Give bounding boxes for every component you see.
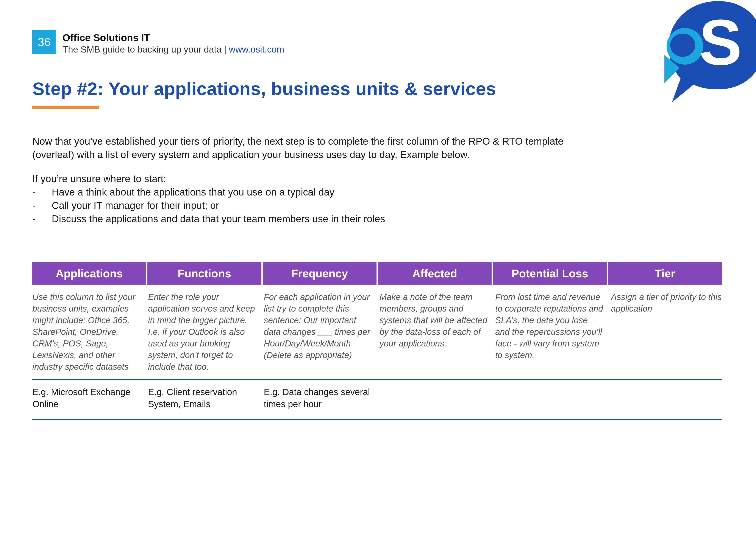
intro-paragraph: Now that you’ve established your tiers o…	[32, 135, 571, 161]
body-copy: Now that you’ve established your tiers o…	[32, 135, 571, 226]
col-desc-affected: Make a note of the team members, groups …	[380, 291, 495, 372]
bullet-text: Have a think about the applications that…	[52, 185, 335, 199]
table-description-row: Use this column to list your business un…	[32, 285, 722, 380]
example-cell-tier	[611, 386, 722, 410]
bullets-lead: If you’re unsure where to start:	[32, 172, 571, 185]
col-header-affected: Affected	[378, 262, 493, 285]
svg-point-1	[670, 34, 695, 57]
bullets-list: -Have a think about the applications tha…	[32, 185, 571, 225]
svg-text:S: S	[699, 6, 742, 78]
header-subtitle-text: The SMB guide to backing up your data |	[63, 44, 229, 55]
example-cell-frequency: E.g. Data changes several times per hour	[264, 386, 380, 410]
col-header-potential-loss: Potential Loss	[493, 262, 608, 285]
bullet-text: Discuss the applications and data that y…	[52, 212, 385, 225]
rpo-rto-table: Applications Functions Frequency Affecte…	[32, 262, 722, 420]
table-header-row: Applications Functions Frequency Affecte…	[32, 262, 722, 285]
page-number-badge: 36	[32, 30, 56, 54]
col-header-tier: Tier	[608, 262, 722, 285]
bullet-item: -Have a think about the applications tha…	[32, 185, 571, 199]
example-cell-applications: E.g. Microsoft Exchange Online	[32, 386, 148, 410]
col-desc-frequency: For each application in your list try to…	[264, 291, 380, 372]
bullet-item: -Discuss the applications and data that …	[32, 212, 571, 225]
bullet-item: -Call your IT manager for their input; o…	[32, 199, 571, 212]
table-example-row: E.g. Microsoft Exchange Online E.g. Clie…	[32, 380, 722, 420]
col-desc-tier: Assign a tier of priority to this applic…	[611, 291, 722, 372]
bullet-text: Call your IT manager for their input; or	[52, 199, 219, 212]
example-cell-affected	[380, 386, 495, 410]
col-header-applications: Applications	[32, 262, 148, 285]
example-cell-potential-loss	[495, 386, 611, 410]
header-title: Office Solutions IT	[63, 32, 284, 43]
header-text-block: Office Solutions IT The SMB guide to bac…	[63, 30, 284, 55]
example-cell-functions: E.g. Client reservation System, Emails	[148, 386, 264, 410]
page-title: Step #2: Your applications, business uni…	[32, 78, 724, 99]
brand-logo-icon: S	[652, 0, 756, 104]
col-desc-applications: Use this column to list your business un…	[32, 291, 148, 372]
col-header-functions: Functions	[148, 262, 262, 285]
page-header: 36 Office Solutions IT The SMB guide to …	[32, 30, 724, 55]
title-underline	[32, 106, 99, 109]
page: 36 Office Solutions IT The SMB guide to …	[0, 0, 756, 534]
header-url[interactable]: www.osit.com	[229, 44, 284, 55]
header-subtitle: The SMB guide to backing up your data | …	[63, 44, 284, 55]
col-desc-potential-loss: From lost time and revenue to corporate …	[495, 291, 611, 372]
col-desc-functions: Enter the role your application serves a…	[148, 291, 264, 372]
col-header-frequency: Frequency	[263, 262, 378, 285]
